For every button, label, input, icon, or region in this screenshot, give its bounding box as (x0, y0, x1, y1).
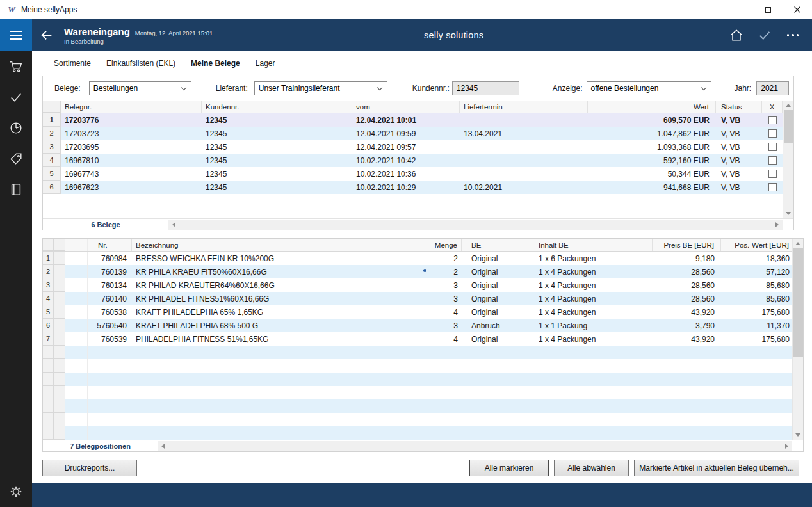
scroll-down-arrow[interactable] (783, 209, 793, 218)
app-header: Wareneingang Montag, 12. April 2021 15:0… (32, 19, 812, 51)
position-row[interactable]: 3760134KR PHILAD KRAEUTER64%60X16,66G3Or… (43, 278, 792, 292)
row-checkbox[interactable] (768, 116, 777, 124)
jahr-input[interactable]: 2021 (756, 81, 789, 95)
druckreports-button[interactable]: Druckreports... (42, 460, 137, 476)
position-row[interactable]: 4760140KR PHILADEL FITNES51%60X16,66G3Or… (43, 292, 792, 305)
scroll-down-arrow[interactable] (793, 430, 803, 440)
position-row[interactable]: 5760538KRAFT PHILADELPHIA 65% 1,65KG4Ori… (43, 305, 792, 319)
preis-be-cell (653, 373, 721, 386)
scroll-up-arrow[interactable] (783, 101, 793, 110)
positionen-horizontal-scrollbar[interactable] (158, 441, 792, 451)
pos-wert-cell: 85,680 (721, 278, 792, 292)
positionen-vertical-scrollbar[interactable] (792, 239, 803, 440)
bezeichnung-cell (132, 386, 423, 399)
preis-be-cell (653, 346, 721, 359)
belege-row[interactable]: 4169678101234510.02.2021 10:42592,160 EU… (43, 154, 783, 167)
more-button[interactable] (779, 21, 807, 49)
preis-be-cell: 3,790 (653, 319, 721, 332)
belege-row[interactable]: 1172037761234512.04.2021 10:01609,570 EU… (43, 113, 783, 127)
position-row-empty[interactable] (43, 413, 792, 426)
spacer-cell (65, 386, 88, 399)
position-row-empty[interactable] (43, 346, 792, 359)
status-cell: V, VB (716, 140, 762, 154)
tab-einkaufslisten[interactable]: Einkaufslisten (EKL) (106, 59, 175, 68)
position-row-empty[interactable] (43, 359, 792, 373)
scroll-up-arrow[interactable] (793, 239, 803, 248)
row-checkbox[interactable] (768, 156, 777, 165)
scroll-right-arrow[interactable] (781, 441, 792, 451)
anzeige-select[interactable]: offene Bestellungen (587, 81, 711, 95)
sidebar-item-tasks[interactable] (0, 82, 32, 113)
kundennr-input[interactable]: 12345 (452, 81, 519, 95)
position-row[interactable]: 65760540KRAFT PHILADELPHIA 68% 500 G3Anb… (43, 319, 792, 332)
lieferant-select[interactable]: Unser Trainingslieferant (254, 81, 387, 95)
belege-row[interactable]: 6169676231234510.02.2021 10:2910.02.2021… (43, 181, 783, 194)
anzeige-select-value: offene Bestellungen (591, 84, 659, 93)
position-row-empty[interactable] (43, 373, 792, 386)
belege-select[interactable]: Bestellungen (89, 81, 191, 95)
belege-horizontal-scrollbar[interactable] (168, 220, 783, 230)
row-checkbox[interactable] (768, 129, 777, 138)
artikelnr-cell (88, 359, 132, 373)
scroll-thumb[interactable] (793, 248, 803, 357)
scroll-right-arrow[interactable] (772, 220, 783, 230)
gear-icon (9, 485, 23, 499)
sidebar-item-settings[interactable] (0, 476, 32, 507)
header-title-block: Wareneingang Montag, 12. April 2021 15:0… (64, 26, 213, 45)
artikelnr-cell (88, 413, 132, 426)
alle-markieren-button[interactable]: Alle markieren (469, 460, 549, 476)
marker-cell (54, 305, 65, 319)
home-button[interactable] (722, 21, 751, 49)
scroll-left-arrow[interactable] (158, 441, 168, 451)
scroll-left-arrow[interactable] (168, 220, 179, 230)
menu-button[interactable] (0, 19, 32, 51)
belege-vertical-scrollbar[interactable] (783, 101, 793, 218)
scroll-track[interactable] (793, 248, 803, 430)
sidebar-item-statistics[interactable] (0, 113, 32, 143)
scrollbar-corner (792, 441, 803, 451)
bezeichnung-cell: BRESSO WEICHKA FEIN KR 10%200G (132, 252, 423, 265)
position-row[interactable]: 2760139KR PHILA KRAEU FIT50%60X16,66G2Or… (43, 265, 792, 278)
tab-meine-belege[interactable]: Meine Belege (191, 59, 240, 68)
belege-row[interactable]: 3172036951234512.04.2021 09:571.093,368 … (43, 140, 783, 154)
uebernehmen-button[interactable]: Markierte Artikel in aktuellen Beleg übe… (634, 460, 799, 476)
position-row-empty[interactable] (43, 426, 792, 440)
vom-cell: 12.04.2021 10:01 (352, 113, 460, 127)
menge-cell (423, 399, 462, 413)
position-row[interactable]: 7760539PHILADELPHIA FITNESS 51%1,65KG4Or… (43, 332, 792, 346)
belegnr-cell: 16967743 (61, 167, 202, 181)
spacer-cell (65, 252, 88, 265)
spacer-cell (65, 359, 88, 373)
bezeichnung-cell: KR PHILAD KRAEUTER64%60X16,66G (132, 278, 423, 292)
scroll-track[interactable] (783, 110, 793, 209)
minimize-button[interactable] (724, 0, 753, 19)
position-row-empty[interactable] (43, 386, 792, 399)
maximize-button[interactable] (753, 0, 783, 19)
row-checkbox[interactable] (768, 170, 777, 178)
tab-lager[interactable]: Lager (256, 59, 275, 68)
menge-cell (423, 359, 462, 373)
sidebar-item-catalog[interactable] (0, 174, 32, 205)
spacer-cell (65, 413, 88, 426)
sidebar-item-cart[interactable] (0, 51, 32, 82)
alle-abwaehlen-button[interactable]: Alle abwählen (554, 460, 629, 476)
belege-row[interactable]: 5169677431234510.02.2021 10:3650,344 EUR… (43, 167, 783, 181)
position-row[interactable]: 1760984BRESSO WEICHKA FEIN KR 10%200G2Or… (43, 252, 792, 265)
close-button[interactable] (783, 0, 812, 19)
marker-cell (54, 413, 65, 426)
belege-table-footer: 6 Belege (43, 218, 793, 230)
belege-row[interactable]: 2172037231234512.04.2021 09:5913.04.2021… (43, 127, 783, 140)
row-checkbox[interactable] (768, 143, 777, 151)
row-checkbox[interactable] (768, 183, 777, 191)
position-row-empty[interactable] (43, 399, 792, 413)
scroll-thumb[interactable] (784, 110, 793, 143)
kundennr-cell: 12345 (202, 140, 352, 154)
sidebar-item-prices[interactable] (0, 143, 32, 174)
confirm-button[interactable] (751, 21, 779, 49)
be-cell: Original (462, 252, 535, 265)
back-button[interactable] (32, 19, 61, 51)
pos-wert-cell (721, 373, 792, 386)
tab-sortimente[interactable]: Sortimente (54, 59, 91, 68)
positionen-column-header: Bezeichnung (132, 239, 423, 251)
status-cell: V, VB (716, 167, 762, 181)
